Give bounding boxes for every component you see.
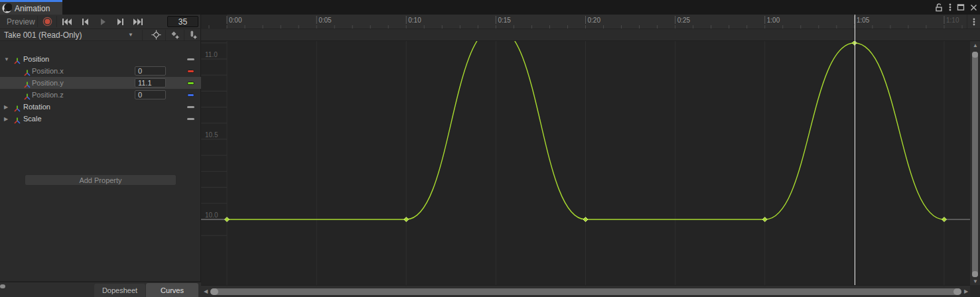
tab-curves[interactable]: Curves — [146, 283, 198, 297]
scroll-right-icon[interactable]: ▶ — [964, 289, 968, 294]
tab-dopesheet[interactable]: Dopesheet — [94, 284, 145, 297]
keyframe-diamond-icon — [151, 30, 161, 40]
timeline-header-band — [201, 29, 980, 41]
preview-toggle-button[interactable]: Preview — [3, 15, 39, 29]
vertical-scrollbar-top-cap[interactable] — [972, 52, 978, 58]
previous-frame-button[interactable] — [76, 15, 94, 29]
toolbar-separator — [37, 16, 38, 27]
property-value-field[interactable] — [135, 78, 166, 88]
property-row-position[interactable]: ▼Position — [0, 53, 201, 65]
maximize-icon[interactable] — [957, 3, 965, 11]
curve-indicator-dash — [187, 118, 194, 120]
property-label: Rotation — [23, 103, 50, 111]
property-row-position.y[interactable]: Position.y — [0, 77, 201, 89]
add-event-icon — [188, 30, 198, 40]
keyframe-point[interactable] — [942, 217, 947, 222]
timeline-ruler-ticks: 0:000:050:100:150:200:251:001:051:10 — [201, 15, 967, 29]
kebab-menu-icon — [973, 17, 975, 27]
svg-text:0:05: 0:05 — [318, 17, 332, 24]
property-value-field[interactable] — [135, 66, 166, 76]
property-label: Position.y — [32, 79, 64, 87]
go-to-beginning-button[interactable] — [58, 15, 76, 29]
toolbar-separator — [142, 30, 143, 40]
scroll-up-icon[interactable]: ▲ — [973, 43, 978, 48]
scrollbar-corner — [970, 285, 980, 297]
curve-color-indicator — [187, 82, 194, 85]
add-event-button[interactable] — [184, 29, 201, 40]
add-property-button[interactable]: Add Property — [25, 174, 176, 186]
go-to-end-icon — [133, 18, 144, 26]
curve-indicator-dash — [187, 58, 194, 60]
previous-frame-icon — [80, 18, 90, 26]
add-keyframe-button[interactable] — [166, 29, 184, 40]
svg-text:1:10: 1:10 — [946, 17, 959, 24]
timeline-options-button[interactable] — [967, 15, 980, 29]
curve-color-indicator — [187, 70, 194, 73]
go-to-end-button[interactable] — [129, 15, 147, 29]
window-controls — [935, 0, 977, 15]
tab-animation[interactable]: Animation — [0, 0, 62, 15]
property-value-field[interactable] — [135, 90, 166, 99]
record-icon — [42, 17, 52, 27]
keyframe-point[interactable] — [583, 217, 588, 222]
property-row-position.z[interactable]: Position.z — [0, 89, 201, 101]
add-keyframe-icon — [170, 30, 180, 40]
next-frame-icon — [116, 18, 125, 26]
property-label: Position.x — [32, 67, 64, 75]
next-frame-button[interactable] — [111, 15, 129, 29]
kebab-menu-icon[interactable] — [949, 3, 951, 12]
property-row-rotation[interactable]: ▶Rotation — [0, 101, 201, 113]
keyframe-point[interactable] — [225, 217, 230, 222]
vertical-scrollbar-bottom-cap[interactable] — [972, 271, 978, 277]
vertical-scrollbar[interactable]: ▲ ▼ — [970, 41, 980, 285]
scroll-down-icon[interactable]: ▼ — [973, 279, 978, 284]
current-frame-field[interactable] — [167, 16, 198, 27]
panel-scrollbar-nub[interactable] — [0, 284, 5, 288]
svg-text:10.5: 10.5 — [205, 131, 218, 139]
svg-text:11.0: 11.0 — [205, 51, 218, 58]
horizontal-scrollbar-thumb[interactable] — [210, 288, 961, 295]
keyframe-point[interactable] — [762, 217, 767, 222]
go-to-beginning-icon — [61, 18, 72, 26]
svg-text:0:00: 0:00 — [229, 17, 242, 24]
property-row-position.x[interactable]: Position.x — [0, 65, 201, 77]
transform-icon — [13, 117, 21, 125]
foldout-closed-icon[interactable]: ▶ — [4, 116, 11, 122]
add-property-label: Add Property — [79, 176, 121, 184]
property-label: Position — [23, 55, 49, 63]
tab-dopesheet-label: Dopesheet — [102, 286, 137, 294]
curve-indicator-dash — [187, 106, 194, 108]
titlebar: Animation — [0, 0, 980, 15]
close-icon[interactable] — [970, 4, 977, 11]
horizontal-scrollbar-left-cap[interactable] — [210, 288, 218, 295]
svg-text:0:15: 0:15 — [498, 17, 511, 24]
transform-icon — [23, 93, 31, 101]
preview-label: Preview — [7, 17, 35, 27]
scroll-left-icon[interactable]: ◀ — [204, 289, 208, 294]
toolbar-separator — [56, 16, 57, 27]
foldout-open-icon[interactable]: ▼ — [4, 56, 11, 62]
unlock-icon[interactable] — [935, 3, 944, 12]
chevron-down-icon: ▼ — [128, 32, 133, 38]
transform-icon — [13, 57, 21, 65]
property-label: Scale — [23, 115, 42, 123]
clip-name: Take 001 (Read-Only) — [4, 30, 82, 40]
animation-clip-dropdown[interactable]: Take 001 (Read-Only) — [4, 29, 143, 40]
playhead-line[interactable] — [855, 15, 855, 285]
svg-text:1:05: 1:05 — [857, 17, 870, 24]
transform-icon — [23, 69, 31, 77]
playback-toolbar: Preview — [0, 15, 201, 29]
play-button[interactable] — [94, 15, 111, 29]
record-button[interactable] — [38, 15, 56, 29]
keyframe-point[interactable] — [404, 217, 409, 222]
property-row-scale[interactable]: ▶Scale — [0, 113, 201, 125]
foldout-closed-icon[interactable]: ▶ — [4, 104, 11, 110]
set-keyframe-button[interactable] — [147, 29, 165, 40]
horizontal-scrollbar[interactable]: ◀ ▶ — [201, 285, 970, 297]
vertical-scrollbar-thumb[interactable] — [972, 52, 978, 277]
clip-toolbar: Take 001 (Read-Only) ▼ — [0, 29, 201, 41]
timeline-ruler[interactable]: 0:000:050:100:150:200:251:001:051:10 — [201, 15, 967, 29]
svg-text:1:00: 1:00 — [767, 17, 780, 24]
horizontal-scrollbar-right-cap[interactable] — [953, 288, 961, 295]
transform-icon — [13, 105, 21, 113]
